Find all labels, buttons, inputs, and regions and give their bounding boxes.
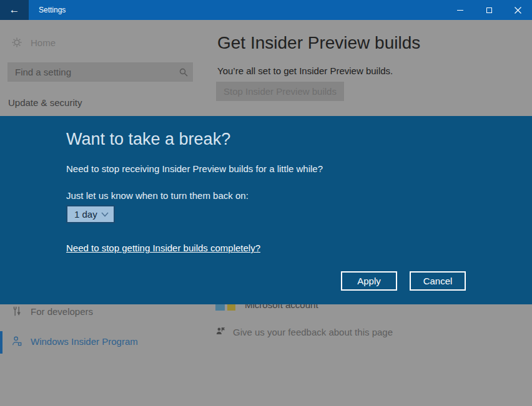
search-button[interactable] <box>174 68 193 77</box>
developer-tools-icon <box>11 306 22 317</box>
dialog-question-text: Need to stop receiving Insider Preview b… <box>66 163 323 174</box>
maximize-icon <box>486 7 492 13</box>
window-title: Settings <box>39 6 66 14</box>
feedback-link-label: Give us your feedback about this page <box>233 327 393 337</box>
apply-button[interactable]: Apply <box>341 271 397 291</box>
duration-dropdown-value: 1 day <box>74 209 97 220</box>
dialog-title: Want to take a break? <box>66 130 230 149</box>
feedback-person-icon <box>215 326 227 337</box>
back-arrow-icon: ← <box>9 0 20 20</box>
window-controls <box>446 0 532 20</box>
maximize-button[interactable] <box>475 0 503 20</box>
stop-completely-link[interactable]: Need to stop getting Insider builds comp… <box>66 243 260 253</box>
feedback-link[interactable]: Give us your feedback about this page <box>215 326 393 337</box>
page-title: Get Insider Preview builds <box>217 33 420 53</box>
sidebar-item-home[interactable]: Home <box>11 37 56 48</box>
titlebar: ← Settings <box>0 0 532 20</box>
sidebar-category-title: Update & security <box>8 97 82 108</box>
gear-icon <box>11 37 22 48</box>
close-button[interactable] <box>503 0 532 20</box>
active-item-accent-bar <box>0 331 2 354</box>
stop-insider-builds-button[interactable]: Stop Insider Preview builds <box>216 82 344 101</box>
close-icon <box>515 7 521 14</box>
search-input[interactable] <box>7 62 174 82</box>
insider-status-text: You’re all set to get Insider Preview bu… <box>217 65 393 76</box>
cancel-button[interactable]: Cancel <box>410 271 466 291</box>
search-icon <box>179 68 188 77</box>
search-box <box>7 62 193 82</box>
back-button[interactable]: ← <box>0 0 29 20</box>
person-badge-icon <box>11 336 22 347</box>
minimize-button[interactable] <box>446 0 475 20</box>
sidebar-item-label: Windows Insider Program <box>31 336 138 347</box>
chevron-down-icon <box>101 212 109 217</box>
take-a-break-dialog: Want to take a break? Need to stop recei… <box>0 116 532 304</box>
sidebar-item-for-developers[interactable]: For developers <box>11 306 93 317</box>
duration-dropdown[interactable]: 1 day <box>66 205 115 223</box>
sidebar-home-label: Home <box>31 37 56 48</box>
settings-window: ← Settings Home <box>0 0 532 406</box>
duration-prompt-label: Just let us know when to turn them back … <box>66 190 249 201</box>
minimize-icon <box>457 10 463 11</box>
sidebar-item-label: For developers <box>31 306 93 317</box>
sidebar-item-windows-insider-program[interactable]: Windows Insider Program <box>11 336 138 347</box>
